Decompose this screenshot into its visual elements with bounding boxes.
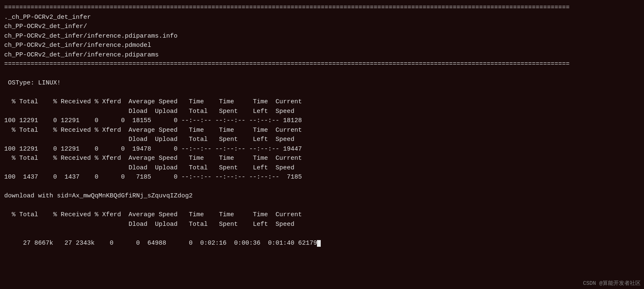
file-entry-1: ch_PP-OCRv2_det_infer/ [4, 22, 640, 32]
curl-data-block0: 100 12291 0 12291 0 0 18155 0 --:--:-- -… [4, 116, 640, 126]
file-entry-3: ch_PP-OCRv2_det_infer/inference.pdmodel [4, 41, 640, 51]
empty-line-2 [4, 88, 640, 98]
terminal-cursor [317, 240, 321, 247]
final-data-text: 27 8667k 27 2343k 0 0 64988 0 0:02:16 0:… [19, 240, 317, 247]
empty-line-4 [4, 201, 640, 211]
final-data: 27 8667k 27 2343k 0 0 64988 0 0:02:16 0:… [4, 229, 640, 258]
ostype-line: OSType: LINUX! [4, 79, 640, 88]
curl-data-block2: 100 1437 0 1437 0 0 7185 0 --:--:-- --:-… [4, 173, 640, 182]
file-entry-0: ._ch_PP-OCRv2_det_infer [4, 13, 640, 23]
final-header1: % Total % Received % Xferd Average Speed… [4, 210, 640, 220]
terminal-window: ========================================… [0, 0, 644, 289]
download-line: download with sid=Ax_mwQqMnKBQdGfiRNj_sZ… [4, 192, 640, 201]
watermark: CSDN @算能开发者社区 [580, 278, 644, 289]
separator-top: ========================================… [4, 3, 640, 13]
file-entry-2: ch_PP-OCRv2_det_infer/inference.pdiparam… [4, 32, 640, 41]
separator-bottom: ========================================… [4, 60, 640, 69]
curl-header1-block0: % Total % Received % Xferd Average Speed… [4, 97, 640, 107]
curl-data-block1: 100 12291 0 12291 0 0 19478 0 --:--:-- -… [4, 145, 640, 154]
curl-header1-block1: % Total % Received % Xferd Average Speed… [4, 126, 640, 136]
empty-line-3 [4, 182, 640, 192]
file-entry-4: ch_PP-OCRv2_det_infer/inference.pdiparam… [4, 51, 640, 60]
final-header2: Dload Upload Total Spent Left Speed [4, 220, 640, 230]
curl-header2-block2: Dload Upload Total Spent Left Speed [4, 164, 640, 173]
curl-header2-block0: Dload Upload Total Spent Left Speed [4, 107, 640, 117]
empty-line-1 [4, 69, 640, 79]
curl-header1-block2: % Total % Received % Xferd Average Speed… [4, 154, 640, 164]
curl-header2-block1: Dload Upload Total Spent Left Speed [4, 135, 640, 145]
